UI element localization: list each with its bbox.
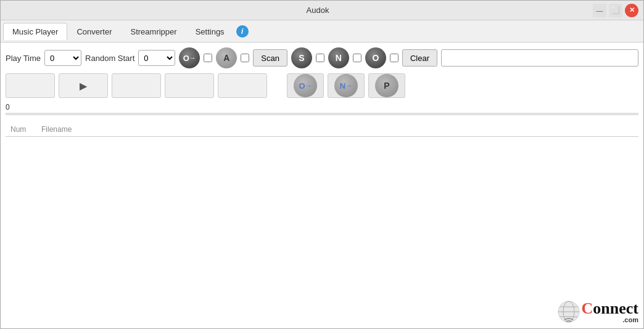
on-arrow-icon: O→	[294, 74, 317, 97]
info-button[interactable]: i	[236, 25, 249, 38]
s-button[interactable]: S	[291, 47, 312, 68]
toolbar-row: Play Time 0 1 2 5 Random Start 0 1 2 5 O…	[6, 47, 638, 68]
p-button[interactable]: P	[368, 73, 405, 98]
scan-button[interactable]: Scan	[253, 49, 287, 67]
np-arrow-button[interactable]: N→	[328, 73, 365, 98]
a-checkbox[interactable]	[241, 54, 249, 62]
player-btn-1[interactable]	[6, 73, 55, 98]
progress-bar-container[interactable]	[6, 113, 638, 115]
close-button[interactable]: ✕	[625, 4, 638, 17]
o-arrow-checkbox[interactable]	[204, 54, 212, 62]
col-num: Num	[10, 125, 41, 134]
playlist-area[interactable]	[6, 137, 638, 323]
watermark-onnect: onnect	[593, 301, 638, 317]
window-controls: — ⬜ ✕	[593, 4, 638, 17]
tab-streamripper[interactable]: Streamripper	[122, 23, 186, 40]
o2-button[interactable]: O	[365, 47, 386, 68]
a-button[interactable]: A	[216, 47, 237, 68]
watermark-c: C	[582, 301, 593, 317]
tab-bar: Music Player Converter Streamripper Sett…	[1, 20, 643, 43]
play-time-select[interactable]: 0 1 2 5	[44, 50, 81, 66]
progress-value: 0	[6, 103, 638, 112]
minimize-button[interactable]: —	[593, 4, 606, 17]
n-checkbox[interactable]	[353, 54, 361, 62]
on-arrow-button[interactable]: O→	[287, 73, 324, 98]
play-button[interactable]: ▶	[59, 73, 108, 98]
main-content: Play Time 0 1 2 5 Random Start 0 1 2 5 O…	[1, 43, 643, 328]
p-icon: P	[375, 74, 398, 97]
playlist-header: Num Filename	[6, 123, 638, 137]
titlebar: Audok — ⬜ ✕	[1, 1, 643, 20]
progress-row: 0	[6, 103, 638, 115]
o-arrow-button[interactable]: O→	[179, 47, 200, 68]
clear-button[interactable]: Clear	[402, 49, 437, 67]
col-filename: Filename	[41, 125, 634, 134]
globe-icon	[557, 300, 580, 323]
play-icon: ▶	[80, 80, 87, 92]
np-arrow-icon: N→	[334, 74, 358, 97]
search-input[interactable]	[441, 49, 638, 67]
tab-converter[interactable]: Converter	[67, 23, 121, 40]
play-time-label: Play Time	[6, 54, 41, 63]
n-button[interactable]: N	[328, 47, 349, 68]
s-checkbox[interactable]	[316, 54, 324, 62]
o2-checkbox[interactable]	[390, 54, 398, 62]
player-btn-3[interactable]	[112, 73, 161, 98]
tab-music-player[interactable]: Music Player	[3, 23, 67, 40]
watermark: C onnect .com	[557, 300, 638, 323]
random-start-select[interactable]: 0 1 2 5	[138, 50, 175, 66]
tab-settings[interactable]: Settings	[186, 23, 234, 40]
window-title: Audok	[43, 6, 593, 15]
player-controls: ▶ O→ N→ P	[6, 73, 638, 98]
maximize-button[interactable]: ⬜	[609, 4, 622, 17]
random-start-label: Random Start	[85, 54, 134, 63]
watermark-dotcom: .com	[622, 317, 638, 323]
player-btn-4[interactable]	[165, 73, 214, 98]
player-btn-5[interactable]	[218, 73, 267, 98]
